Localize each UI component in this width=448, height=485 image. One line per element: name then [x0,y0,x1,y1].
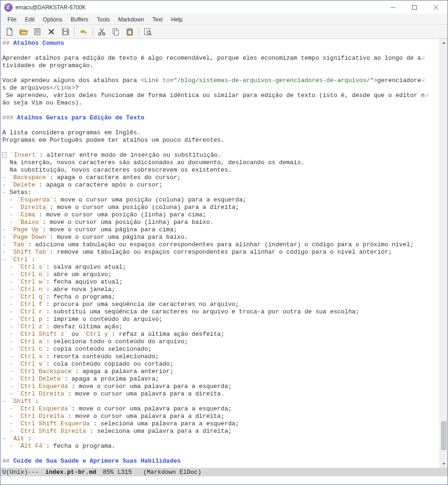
menu-edit[interactable]: Edit [21,15,39,24]
svg-rect-17 [115,30,119,35]
emacs-app-icon [4,3,13,12]
svg-rect-10 [64,28,67,30]
window-titlebar: emacs@DARKSTAR-6700K [0,0,448,14]
svg-rect-19 [129,28,131,29]
scroll-down-arrow-icon[interactable] [440,460,448,468]
fold-marker-icon[interactable]: - [2,152,7,158]
toolbar-separator [92,27,93,36]
svg-line-14 [100,28,104,33]
open-file-button[interactable] [17,26,29,37]
copy-button[interactable] [110,26,122,37]
svg-rect-4 [35,28,40,35]
svg-rect-11 [64,32,67,34]
scrollbar-thumb[interactable] [441,421,447,450]
maximize-button[interactable] [404,0,425,14]
mode-line[interactable]: U(Unix)--- index.pt-br.md 85% L315 (Mark… [0,468,448,476]
open-dir-button[interactable] [31,26,43,37]
modeline-coding: U(Unix)--- [2,469,39,476]
menu-buffers[interactable]: Buffers [66,15,92,24]
toolbar-separator [139,27,139,36]
svg-rect-1 [413,5,417,9]
scroll-up-arrow-icon[interactable] [440,39,448,47]
paste-button[interactable] [124,26,136,37]
close-button[interactable] [425,0,447,14]
modeline-mode: (Markdown ElDoc) [143,469,202,476]
cut-button[interactable] [96,26,108,37]
menubar: File Edit Options Buffers Tools Markdown… [0,14,448,25]
menu-tools[interactable]: Tools [92,15,114,24]
window-title: emacs@DARKSTAR-6700K [15,4,86,11]
close-buffer-button[interactable] [45,26,57,37]
editor-area: ## Atalhos Comuns Aprender atalhos para … [0,39,448,468]
menu-options[interactable]: Options [39,15,66,24]
modeline-position: 85% L315 [103,469,132,476]
svg-line-15 [100,28,104,33]
menu-text[interactable]: Text [148,15,167,24]
save-button[interactable] [59,26,71,37]
new-file-button[interactable] [3,26,15,37]
svg-rect-20 [128,30,132,34]
vertical-scrollbar[interactable] [440,39,448,468]
svg-point-12 [98,33,101,35]
toolbar [0,25,448,39]
minimize-button[interactable] [382,0,404,14]
menu-markdown[interactable]: Markdown [114,15,148,24]
text-editor[interactable]: ## Atalhos Comuns Aprender atalhos para … [0,39,440,468]
modeline-filename: index.pt-br.md [45,469,96,476]
search-button[interactable] [142,26,154,37]
svg-point-13 [103,33,105,35]
undo-button[interactable] [77,26,90,37]
menu-help[interactable]: Help [167,15,187,24]
menu-file[interactable]: File [3,15,21,24]
minibuffer[interactable] [0,476,448,485]
toolbar-separator [74,27,75,36]
